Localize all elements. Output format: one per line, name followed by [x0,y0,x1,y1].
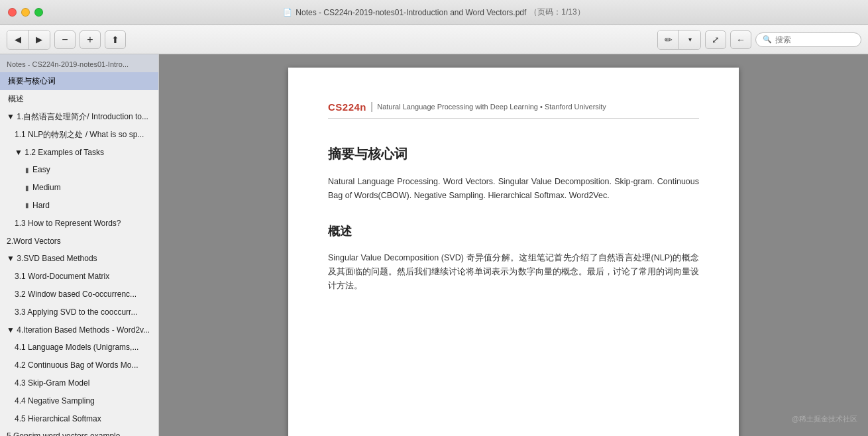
search-box[interactable]: 🔍 [755,32,861,47]
sidebar-item-section1[interactable]: ▼ 1.自然语言处理简介/ Introduction to... [0,108,158,126]
close-button[interactable] [8,8,17,17]
pdf-header: CS224n | Natural Language Processing wit… [328,101,699,119]
bullet-icon-medium: ▮ [25,184,29,193]
sidebar-item-section4[interactable]: ▼ 4.Iteration Based Methods - Word2v... [0,321,158,339]
toolbar: ◀ ▶ − + ⬆ ✏ ▾ ⤢ ← 🔍 [0,25,868,54]
sidebar-header: Notes - CS224n-2019-notes01-Intro... [0,54,158,72]
search-input[interactable] [775,35,854,44]
sidebar-item-hard[interactable]: ▮Hard [0,197,158,215]
zoom-out-button[interactable]: − [54,30,76,49]
sidebar-item-overview[interactable]: 概述 [0,90,158,108]
sidebar-item-abstract[interactable]: 摘要与核心词 [0,72,158,90]
sidebar-item-section3-1[interactable]: 3.1 Word-Document Matrix [0,268,158,286]
sidebar-item-section3[interactable]: ▼ 3.SVD Based Methods [0,250,158,268]
bullet-icon-hard: ▮ [25,201,29,210]
pdf-file-icon: 📄 [283,8,292,17]
traffic-lights [8,8,43,17]
search-icon: 🔍 [763,35,772,44]
sidebar-item-section2[interactable]: 2.Word Vectors [0,233,158,250]
fullscreen-button[interactable]: ⤢ [705,30,726,49]
sidebar-item-section3-2[interactable]: 3.2 Window based Co-occurrenc... [0,286,158,303]
main-container: Notes - CS224n-2019-notes01-Intro... 摘要与… [0,54,868,436]
minimize-button[interactable] [21,8,30,17]
sidebar-item-section4-3[interactable]: 4.3 Skip-Gram Model [0,374,158,392]
navigation-group: ◀ ▶ [7,30,50,50]
sidebar-item-section5[interactable]: 5.Gensim word vectors example [0,427,158,436]
sidebar: Notes - CS224n-2019-notes01-Intro... 摘要与… [0,54,159,436]
sidebar-item-section3-3[interactable]: 3.3 Applying SVD to the cooccurr... [0,303,158,321]
titlebar: 📄 Notes - CS224n-2019-notes01-Introducti… [0,0,868,25]
sidebar-item-section4-4[interactable]: 4.4 Negative Sampling [0,392,158,410]
navigate-back-button[interactable]: ← [730,30,751,49]
bullet-icon-easy: ▮ [25,166,29,175]
pdf-area: CS224n | Natural Language Processing wit… [159,54,868,436]
annotate-button[interactable]: ✏ [658,30,679,49]
share-button[interactable]: ⬆ [105,30,126,49]
sidebar-item-section1-2[interactable]: ▼ 1.2 Examples of Tasks [0,144,158,162]
pdf-page: CS224n | Natural Language Processing wit… [288,68,739,436]
pdf-header-divider: | [370,101,373,113]
annotate-group: ✏ ▾ [657,30,701,50]
sidebar-item-section4-1[interactable]: 4.1 Language Models (Unigrams,... [0,339,158,356]
sidebar-item-medium[interactable]: ▮Medium [0,179,158,197]
forward-nav-button[interactable]: ▶ [28,30,50,49]
sidebar-item-easy[interactable]: ▮Easy [0,161,158,179]
sidebar-item-section1-3[interactable]: 1.3 How to Represent Words? [0,215,158,233]
annotate-dropdown-button[interactable]: ▾ [679,30,700,49]
pdf-section1-body: Natural Language Processing. Word Vector… [328,175,699,203]
pdf-section2-body: Singular Value Decomposition (SVD) 奇异值分解… [328,251,699,294]
pdf-section2-title: 概述 [328,223,699,239]
maximize-button[interactable] [34,8,43,17]
toolbar-right: ✏ ▾ ⤢ ← 🔍 [657,30,861,50]
sidebar-item-section4-2[interactable]: 4.2 Continuous Bag of Words Mo... [0,356,158,374]
window-title: 📄 Notes - CS224n-2019-notes01-Introducti… [283,7,584,18]
sidebar-item-section4-5[interactable]: 4.5 Hierarchical Softmax [0,410,158,428]
zoom-in-button[interactable]: + [80,30,101,49]
pdf-brand: CS224n [328,101,366,113]
sidebar-item-section1-1[interactable]: 1.1 NLP的特别之处 / What is so sp... [0,126,158,144]
pdf-section1-title: 摘要与核心词 [328,145,699,163]
back-nav-button[interactable]: ◀ [7,30,28,49]
pdf-header-subtitle: Natural Language Processing with Deep Le… [377,103,606,111]
